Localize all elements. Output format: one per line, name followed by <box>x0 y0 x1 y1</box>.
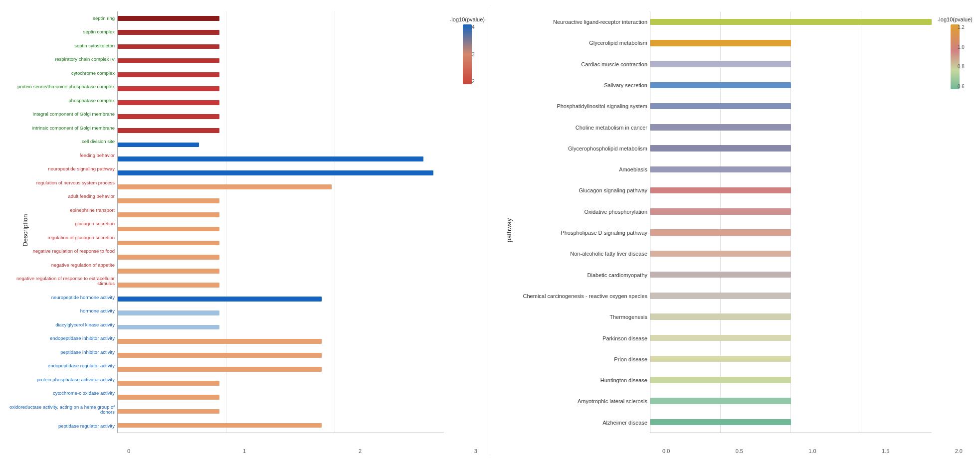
panel-b-bar <box>650 82 791 89</box>
panel-b-bar <box>650 398 791 404</box>
panel-a-bar-row <box>118 365 444 373</box>
panel-b-bar-row <box>650 60 932 69</box>
panel-a-bar <box>118 212 219 217</box>
panel-a-bar-row <box>118 197 444 205</box>
panel-a-y-label: cytochrome complex <box>71 71 115 76</box>
panel-b-y-label: Diabetic cardiomyopathy <box>588 272 647 278</box>
panel-a-bar <box>118 198 219 203</box>
panel-a-bar-row <box>118 113 444 121</box>
panel-a-bar-row <box>118 225 444 233</box>
panel-b-y-label: Huntington disease <box>600 377 647 383</box>
panel-a-bar-row <box>118 169 444 176</box>
panel-b-bar <box>650 40 791 46</box>
panel-a-bar <box>118 283 219 288</box>
panel-a-bar <box>118 423 322 428</box>
panel-a-bar-row <box>118 71 444 78</box>
panel-a-bar-row <box>118 422 444 429</box>
panel-a-bar <box>118 227 219 232</box>
panel-a-y-label: peptidase inhibitor activity <box>60 350 115 355</box>
panel-b-y-label: Chemical carcinogenesis - reactive oxyge… <box>523 293 647 299</box>
panel-b-legend-title: -log10(pvalue) <box>938 16 973 22</box>
panel-a-y-label: regulation of glucagon secretion <box>47 235 115 240</box>
panel-a-bar-row <box>118 15 444 22</box>
panel-divider <box>490 5 490 455</box>
panel-b-bar <box>650 61 791 67</box>
panel-b-bar-row <box>650 249 932 258</box>
panel-b-bar <box>650 272 791 278</box>
panel-a-bar <box>118 86 219 91</box>
panel-a-bar <box>118 128 219 133</box>
panel-b-y-label: Glycerolipid metabolism <box>589 40 647 46</box>
panel-b-y-label: Non-alcoholic fatty liver disease <box>570 251 647 257</box>
panel-a-bar-row <box>118 394 444 401</box>
panel-a-bar-row <box>118 43 444 50</box>
panel-a-bar-row <box>118 211 444 219</box>
panel-b-bar <box>650 377 791 383</box>
panel-b-bar-row <box>650 333 932 342</box>
panel-a-bar <box>118 310 219 315</box>
panel-a-bar-row <box>118 408 444 415</box>
panel-b-y-label: Glucagon signaling pathway <box>579 187 647 193</box>
panel-b-bar-row <box>650 102 932 111</box>
panel-a-y-label: epinephrine transport <box>70 208 115 213</box>
panel-a-bar-row <box>118 127 444 135</box>
panel-a-y-label: regulation of nervous system process <box>36 180 115 185</box>
panel-b-y-label: Parkinson disease <box>602 335 647 341</box>
panel-a-y-label: cytochrome-c oxidase activity <box>53 391 115 396</box>
panel-b-bar <box>650 103 791 110</box>
panel-a-bar <box>118 255 219 260</box>
panel-a-y-label: cell division site <box>82 139 115 144</box>
panel-b-bar <box>650 313 791 320</box>
panel-a-y-label: diacylglycerol kinase activity <box>55 322 115 327</box>
panel-a-bar-row <box>118 337 444 345</box>
panel-a-bar <box>118 16 219 21</box>
panel-a-bar <box>118 409 219 414</box>
panel-a-bar-row <box>118 29 444 36</box>
panel-a-legend-gradient <box>462 24 473 84</box>
panel-b-bar <box>650 124 791 131</box>
panel-b-bar <box>650 229 791 236</box>
panel-a-legend: -log10(pvalue) 4 3 2 <box>450 11 485 433</box>
panel-b-bar-row <box>650 375 932 384</box>
panel-b-y-label: Salivary secretion <box>604 82 647 88</box>
panel-a-bar <box>118 58 219 63</box>
panel-a-bar <box>118 339 322 344</box>
panel-a-bar-row <box>118 267 444 275</box>
panel-b-bar <box>650 208 791 215</box>
panel-b-bar <box>650 335 791 341</box>
panel-a-y-label: protein phosphatase activator activity <box>37 377 115 382</box>
panel-a-bar-row <box>118 296 444 303</box>
svg-rect-0 <box>463 24 472 84</box>
panel-b-bar <box>650 145 791 152</box>
panel-a-bar <box>118 156 423 161</box>
panel-a-bar-row <box>118 282 444 289</box>
panel-b-bar-row <box>650 207 932 216</box>
panel-a-y-label: adult feeding behavior <box>68 194 115 199</box>
panel-a-bar <box>118 30 219 35</box>
panel-b-bar-row <box>650 165 932 174</box>
panel-a-y-label: neuropeptide signaling pathway <box>48 166 115 171</box>
panel-a: septin ringseptin complexseptin cytoskel… <box>5 5 487 455</box>
panel-a-bar-row <box>118 253 444 261</box>
panel-b-bar-row <box>650 186 932 195</box>
panel-b-bar-row <box>650 397 932 406</box>
panel-b-legend: -log10(pvalue) 1.2 1.0 0.8 0.6 <box>938 11 973 433</box>
panel-b-bar-row <box>650 17 932 26</box>
panel-a-y-label: glucagon secretion <box>75 221 115 226</box>
panel-a-bar-row <box>118 99 444 107</box>
panel-a-bar <box>118 72 219 77</box>
panel-a-x-axis: 0 1 2 3 <box>125 448 477 454</box>
panel-b-bar-row <box>650 354 932 363</box>
panel-a-y-label: endopeptidase regulator activity <box>48 363 115 368</box>
panel-a-bar-row <box>118 57 444 64</box>
panel-a-y-title: Description <box>21 214 29 246</box>
panel-a-bar <box>118 297 322 302</box>
panel-b-y-label: Amyotrophic lateral sclerosis <box>578 398 647 404</box>
panel-b-bar <box>650 356 791 362</box>
panel-b-y-label: Thermogenesis <box>609 314 647 320</box>
panel-a-bar-row <box>118 380 444 387</box>
panel-a-bar-row <box>118 85 444 92</box>
panel-a-y-label: negative regulation of response to food <box>33 249 115 254</box>
panel-a-y-label: feeding behavior <box>80 153 115 158</box>
panel-a-bar <box>118 241 219 246</box>
